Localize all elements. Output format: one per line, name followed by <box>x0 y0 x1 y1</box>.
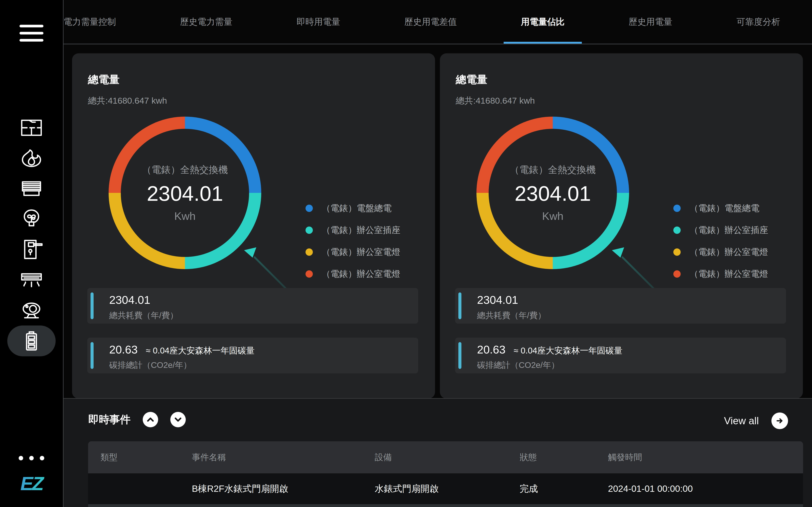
donut-center-unit: Kwh <box>542 210 563 222</box>
air-conditioner-icon <box>19 268 43 292</box>
card-total: 總共:41680.647 kwh <box>88 95 167 107</box>
bulb-fan-icon <box>19 207 43 231</box>
stat-total-cost: 2304.01 總共耗費（年/費） <box>87 288 418 324</box>
sidebar-item-battery[interactable] <box>7 326 56 356</box>
donut-center-value: 2304.01 <box>147 181 223 206</box>
legend-item[interactable]: （電錶）電盤總電 <box>306 203 400 214</box>
scroll-up-button[interactable] <box>143 412 158 427</box>
stat-value: 20.63 <box>477 343 505 356</box>
stat-note: ≈ 0.04座大安森林一年固碳量 <box>146 345 255 356</box>
donut-center-value: 2304.01 <box>515 181 591 206</box>
tab-realtime-usage[interactable]: 即時用電量 <box>297 0 340 44</box>
event-name: B棟R2F水錶式門扇開啟 <box>180 483 375 495</box>
event-device: 水錶式門扇開啟 <box>375 483 520 495</box>
event-time: 2024-01-01 00:00:00 <box>608 484 803 494</box>
legend-dot <box>673 270 681 278</box>
stat-value: 20.63 <box>109 343 138 356</box>
legend-dot <box>673 205 681 212</box>
donut-pointer-icon <box>243 244 256 258</box>
tab-history-power-demand[interactable]: 歷史電力需量 <box>180 0 233 44</box>
tab-history-usage[interactable]: 歷史用電量 <box>629 0 672 44</box>
donut-center-label: （電錶）全熱交換機 <box>510 163 596 176</box>
realtime-events-panel: 即時事件 View all 類型 事件名 <box>63 398 812 507</box>
legend-dot <box>306 270 313 278</box>
legend-dot <box>306 205 313 212</box>
legend-item[interactable]: （電錶）電盤總電 <box>673 203 768 214</box>
card-total: 總共:41680.647 kwh <box>456 95 535 107</box>
col-type: 類型 <box>88 452 180 463</box>
legend-item[interactable]: （電錶）辦公室電燈 <box>306 268 400 280</box>
arrow-right-icon <box>771 412 788 429</box>
stat-accent-bar <box>458 292 461 319</box>
stat-carbon-total: 20.63 ≈ 0.04座大安森林一年固碳量 碳排總計（CO2e/年） <box>87 338 418 373</box>
events-title: 即時事件 <box>88 412 131 427</box>
donut-center-unit: Kwh <box>174 210 196 222</box>
legend-dot <box>673 248 681 256</box>
donut-center-label: （電錶）全熱交換機 <box>142 163 228 176</box>
col-event-name: 事件名稱 <box>180 452 375 463</box>
sidebar: EZ <box>0 0 63 507</box>
legend-item[interactable]: （電錶）辦公室插座 <box>673 224 768 236</box>
sidebar-icon-list <box>0 113 63 356</box>
battery-icon <box>19 329 43 353</box>
legend-item[interactable]: （電錶）辦公室電燈 <box>306 246 400 258</box>
donut-pointer-icon <box>610 244 624 258</box>
legend-item[interactable]: （電錶）辦公室電燈 <box>673 268 768 280</box>
sidebar-item-camera[interactable] <box>14 295 49 326</box>
chevron-up-icon <box>146 415 155 424</box>
ez-logo: EZ <box>0 472 63 495</box>
legend-item[interactable]: （電錶）辦公室電燈 <box>673 246 768 258</box>
sidebar-item-bulb-fan[interactable] <box>14 204 49 234</box>
stat-value: 2304.01 <box>477 293 518 306</box>
donut-legend: （電錶）電盤總電 （電錶）辦公室插座 （電錶）辦公室電燈 （電錶）辦公室電燈 <box>673 203 768 280</box>
donut-legend: （電錶）電盤總電 （電錶）辦公室插座 （電錶）辦公室電燈 （電錶）辦公室電燈 <box>306 203 400 280</box>
event-row[interactable]: B棟R2F水錶式門扇開啟 水錶式門扇開啟 完成 2024-01-01 00:00… <box>88 473 803 504</box>
sidebar-item-blinds[interactable] <box>14 173 49 204</box>
tab-reliability-analysis[interactable]: 可靠度分析 <box>737 0 780 44</box>
legend-dot <box>306 248 313 256</box>
tab-bar: 電力需量控制 歷史電力需量 即時用電量 歷史用電差值 用電量佔比 歷史用電量 可… <box>63 0 812 44</box>
total-power-card-1: 總電量 總共:41680.647 kwh （電錶）全熱交換機 2304.01 K… <box>72 53 435 398</box>
legend-dot <box>673 227 681 234</box>
stat-label: 總共耗費（年/費） <box>109 310 178 321</box>
more-options-icon[interactable] <box>0 456 63 460</box>
tab-usage-share[interactable]: 用電量佔比 <box>521 0 565 44</box>
floor-plan-icon <box>19 116 43 140</box>
dashboard-root: EZ 電力需量控制 歷史電力需量 即時用電量 歷史用電差值 用電量佔比 歷史用電… <box>0 0 812 507</box>
tab-history-usage-diff[interactable]: 歷史用電差值 <box>404 0 457 44</box>
col-device: 設備 <box>375 452 520 463</box>
sidebar-item-door-lock[interactable] <box>14 234 49 265</box>
stat-carbon-total: 20.63 ≈ 0.04座大安森林一年固碳量 碳排總計（CO2e/年） <box>455 338 786 373</box>
legend-item[interactable]: （電錶）辦公室插座 <box>306 224 400 236</box>
blinds-icon <box>19 177 43 201</box>
sidebar-item-flame[interactable] <box>14 143 49 173</box>
stat-accent-bar <box>91 342 94 369</box>
stat-value: 2304.01 <box>109 293 150 306</box>
legend-dot <box>306 227 313 234</box>
next-row-partial <box>88 504 803 507</box>
donut-chart[interactable]: （電錶）全熱交換機 2304.01 Kwh <box>476 117 629 269</box>
sidebar-item-floorplan[interactable] <box>14 113 49 143</box>
event-status: 完成 <box>520 483 608 495</box>
view-all-button[interactable]: View all <box>724 412 788 429</box>
stat-label: 碳排總計（CO2e/年） <box>109 359 192 371</box>
chevron-down-icon <box>174 415 182 424</box>
stat-accent-bar <box>91 292 94 319</box>
stat-total-cost: 2304.01 總共耗費（年/費） <box>455 288 786 324</box>
col-status: 狀態 <box>520 452 608 463</box>
tab-power-demand-control[interactable]: 電力需量控制 <box>63 0 116 44</box>
events-table-header: 類型 事件名稱 設備 狀態 觸發時間 <box>88 441 803 473</box>
stat-label: 總共耗費（年/費） <box>477 310 546 321</box>
scroll-down-button[interactable] <box>170 412 186 427</box>
events-table: 類型 事件名稱 設備 狀態 觸發時間 B棟R2F水錶式門扇開啟 水錶式門扇開啟 … <box>88 441 803 507</box>
camera-icon <box>19 298 43 322</box>
donut-chart[interactable]: （電錶）全熱交換機 2304.01 Kwh <box>109 117 261 269</box>
total-power-card-2: 總電量 總共:41680.647 kwh （電錶）全熱交換機 2304.01 K… <box>440 53 803 398</box>
card-title: 總電量 <box>456 73 488 87</box>
sidebar-item-air-conditioner[interactable] <box>14 265 49 295</box>
col-trigger-time: 觸發時間 <box>608 452 803 463</box>
hamburger-menu-icon[interactable] <box>19 20 43 46</box>
card-title: 總電量 <box>88 73 119 87</box>
stat-accent-bar <box>458 342 461 369</box>
flame-icon <box>19 146 43 170</box>
